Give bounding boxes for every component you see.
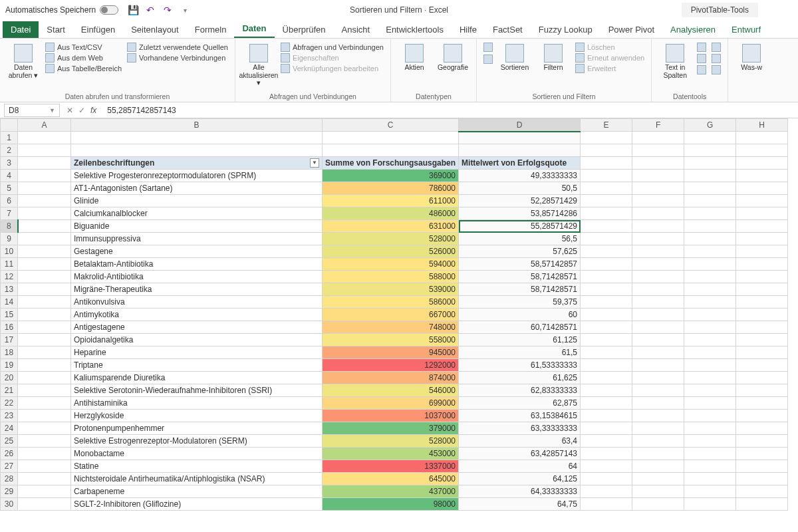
row-header[interactable]: 15 bbox=[1, 309, 18, 321]
cell[interactable] bbox=[684, 410, 736, 422]
tab-pagelayout[interactable]: Seitenlayout bbox=[123, 21, 187, 38]
cell[interactable] bbox=[581, 384, 632, 397]
worksheet-grid[interactable]: A B C D E F G H 123Zeilenbeschriftungen▼… bbox=[0, 118, 798, 511]
pivot-avg-value[interactable]: 60,71428571 bbox=[459, 321, 581, 334]
pivot-row-label[interactable]: Migräne-Therapeutika bbox=[71, 283, 323, 296]
cell[interactable] bbox=[632, 334, 684, 346]
row-header[interactable]: 22 bbox=[1, 397, 18, 410]
cell[interactable] bbox=[736, 195, 788, 207]
pivot-avg-value[interactable]: 64,125 bbox=[459, 473, 581, 485]
cell[interactable] bbox=[736, 220, 788, 233]
pivot-sum-value[interactable]: 1337000 bbox=[323, 460, 459, 473]
cell[interactable] bbox=[632, 359, 684, 372]
cell[interactable] bbox=[632, 485, 684, 498]
cell[interactable] bbox=[581, 182, 632, 195]
cell[interactable] bbox=[581, 207, 632, 220]
cell[interactable] bbox=[736, 233, 788, 245]
cell[interactable] bbox=[684, 258, 736, 271]
pivot-avg-value[interactable]: 57,625 bbox=[459, 245, 581, 258]
cell[interactable] bbox=[684, 422, 736, 435]
cell[interactable] bbox=[581, 195, 632, 207]
cell[interactable] bbox=[684, 372, 736, 384]
pivot-avg-value[interactable]: 55,28571429 bbox=[459, 220, 581, 233]
tab-factset[interactable]: FactSet bbox=[485, 21, 531, 38]
cell[interactable] bbox=[736, 359, 788, 372]
cell[interactable] bbox=[684, 334, 736, 346]
cell[interactable] bbox=[736, 321, 788, 334]
pivot-avg-value[interactable]: 64 bbox=[459, 460, 581, 473]
datamodel-button[interactable] bbox=[712, 65, 721, 74]
cell[interactable] bbox=[323, 144, 459, 157]
cell[interactable] bbox=[632, 258, 684, 271]
col-header-C[interactable]: C bbox=[323, 119, 459, 132]
cell[interactable] bbox=[632, 473, 684, 485]
row-header[interactable]: 21 bbox=[1, 384, 18, 397]
cell[interactable] bbox=[581, 157, 632, 170]
pivot-avg-value[interactable]: 63,33333333 bbox=[459, 422, 581, 435]
stocks-button[interactable]: Aktien bbox=[398, 41, 431, 72]
cell[interactable] bbox=[18, 296, 71, 309]
pivot-sum-value[interactable]: 611000 bbox=[323, 195, 459, 207]
row-header[interactable]: 12 bbox=[1, 271, 18, 283]
cell[interactable] bbox=[736, 422, 788, 435]
cell[interactable] bbox=[684, 498, 736, 511]
cell[interactable] bbox=[736, 283, 788, 296]
cell[interactable] bbox=[684, 182, 736, 195]
toggle-icon[interactable] bbox=[100, 5, 118, 15]
cell[interactable] bbox=[736, 473, 788, 485]
cell[interactable] bbox=[684, 233, 736, 245]
pivot-row-label[interactable]: Makrolid-Antibiotika bbox=[71, 271, 323, 283]
cell[interactable] bbox=[581, 271, 632, 283]
pivot-row-label[interactable]: Glinide bbox=[71, 195, 323, 207]
cell[interactable] bbox=[18, 283, 71, 296]
cell[interactable] bbox=[581, 448, 632, 460]
pivot-sum-value[interactable]: 786000 bbox=[323, 182, 459, 195]
cell[interactable] bbox=[736, 346, 788, 359]
pivot-sum-value[interactable]: 539000 bbox=[323, 283, 459, 296]
row-header[interactable]: 8 bbox=[1, 220, 18, 233]
cell[interactable] bbox=[581, 498, 632, 511]
pivot-sum-value[interactable]: 594000 bbox=[323, 258, 459, 271]
row-header[interactable]: 19 bbox=[1, 359, 18, 372]
pivot-sum-value[interactable]: 645000 bbox=[323, 473, 459, 485]
row-header[interactable]: 11 bbox=[1, 258, 18, 271]
whatif-button[interactable]: Was-w bbox=[735, 41, 768, 72]
select-all-button[interactable] bbox=[1, 119, 18, 132]
text-to-columns-button[interactable]: Text in Spalten bbox=[658, 41, 692, 79]
cell[interactable] bbox=[581, 296, 632, 309]
pivot-sum-value[interactable]: 369000 bbox=[323, 170, 459, 182]
row-header[interactable]: 29 bbox=[1, 485, 18, 498]
tab-design[interactable]: Entwurf bbox=[724, 21, 769, 38]
pivot-sum-value[interactable]: 945000 bbox=[323, 346, 459, 359]
cell[interactable] bbox=[459, 144, 581, 157]
cell[interactable] bbox=[632, 195, 684, 207]
name-box[interactable]: D8 ▼ bbox=[4, 104, 60, 117]
pivot-avg-value[interactable]: 61,53333333 bbox=[459, 359, 581, 372]
pivot-sum-value[interactable]: 699000 bbox=[323, 397, 459, 410]
col-header-E[interactable]: E bbox=[581, 119, 632, 132]
pivot-avg-value[interactable]: 62,83333333 bbox=[459, 384, 581, 397]
cell[interactable] bbox=[18, 422, 71, 435]
flashfill-button[interactable] bbox=[697, 43, 706, 52]
pivot-row-label[interactable]: Selektive Progesteronrezeptormodulatoren… bbox=[71, 170, 323, 182]
pivot-avg-value[interactable]: 61,5 bbox=[459, 346, 581, 359]
cell[interactable] bbox=[71, 144, 323, 157]
cell[interactable] bbox=[581, 220, 632, 233]
cell[interactable] bbox=[581, 233, 632, 245]
cell[interactable] bbox=[684, 397, 736, 410]
pivot-row-labels-header[interactable]: Zeilenbeschriftungen▼ bbox=[71, 157, 323, 170]
cell[interactable] bbox=[736, 182, 788, 195]
cell[interactable] bbox=[581, 245, 632, 258]
cell[interactable] bbox=[632, 245, 684, 258]
pivot-row-label[interactable]: Kaliumsparende Diuretika bbox=[71, 372, 323, 384]
cell[interactable] bbox=[632, 410, 684, 422]
cell[interactable] bbox=[581, 410, 632, 422]
datavalidation-button[interactable] bbox=[697, 65, 706, 74]
cell[interactable] bbox=[581, 397, 632, 410]
pivot-row-label[interactable]: Heparine bbox=[71, 346, 323, 359]
cell[interactable] bbox=[632, 321, 684, 334]
pivot-avg-value[interactable]: 50,5 bbox=[459, 182, 581, 195]
pivot-avg-value[interactable]: 58,71428571 bbox=[459, 271, 581, 283]
from-web-button[interactable]: Aus dem Web bbox=[45, 53, 122, 63]
pivot-avg-value[interactable]: 56,5 bbox=[459, 233, 581, 245]
